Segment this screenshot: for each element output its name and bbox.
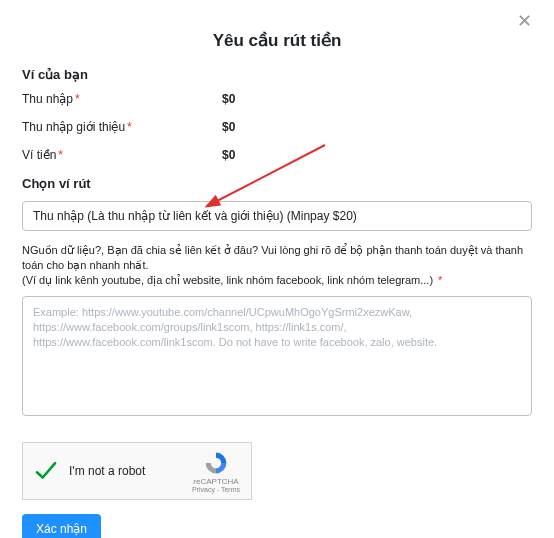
wallet-heading: Ví của bạn xyxy=(22,67,532,82)
wallet-row-value: $0 xyxy=(222,92,235,106)
wallet-row: Thu nhập* $0 xyxy=(22,92,532,106)
recaptcha-widget[interactable]: I'm not a robot reCAPTCHA Privacy - Term… xyxy=(22,442,252,500)
wallet-row-value: $0 xyxy=(222,120,235,134)
source-textarea[interactable] xyxy=(22,296,532,416)
submit-button[interactable]: Xác nhận xyxy=(22,514,101,538)
withdraw-heading: Chọn ví rút xyxy=(22,176,532,191)
wallet-row-label: Thu nhập giới thiệu xyxy=(22,120,125,134)
wallet-row-label: Thu nhập xyxy=(22,92,73,106)
checkmark-icon xyxy=(33,458,59,484)
wallet-row-label: Ví tiền xyxy=(22,148,56,162)
modal-title: Yêu cầu rút tiền xyxy=(22,30,532,51)
recaptcha-brand: reCAPTCHA xyxy=(193,477,238,486)
source-desc-line2: (Ví dụ link kênh youtube, địa chỉ websit… xyxy=(22,274,433,286)
required-mark: * xyxy=(58,148,63,162)
wallet-row: Ví tiền* $0 xyxy=(22,148,532,162)
wallet-select[interactable]: Thu nhập (Là thu nhập từ liên kết và giớ… xyxy=(22,201,532,231)
required-mark: * xyxy=(75,92,80,106)
close-icon[interactable]: ✕ xyxy=(517,10,532,32)
required-mark: * xyxy=(438,274,442,286)
source-description: NGuồn dữ liệu?, Bạn đã chia sẻ liên kết … xyxy=(22,243,532,288)
wallet-select-value: Thu nhập (Là thu nhập từ liên kết và giớ… xyxy=(33,209,357,223)
wallet-row: Thu nhập giới thiệu* $0 xyxy=(22,120,532,134)
recaptcha-logo-icon xyxy=(203,450,229,476)
required-mark: * xyxy=(127,120,132,134)
source-desc-line1: NGuồn dữ liệu?, Bạn đã chia sẻ liên kết … xyxy=(22,244,523,271)
recaptcha-terms: Privacy - Terms xyxy=(192,486,240,493)
recaptcha-label: I'm not a robot xyxy=(69,464,191,478)
wallet-row-value: $0 xyxy=(222,148,235,162)
